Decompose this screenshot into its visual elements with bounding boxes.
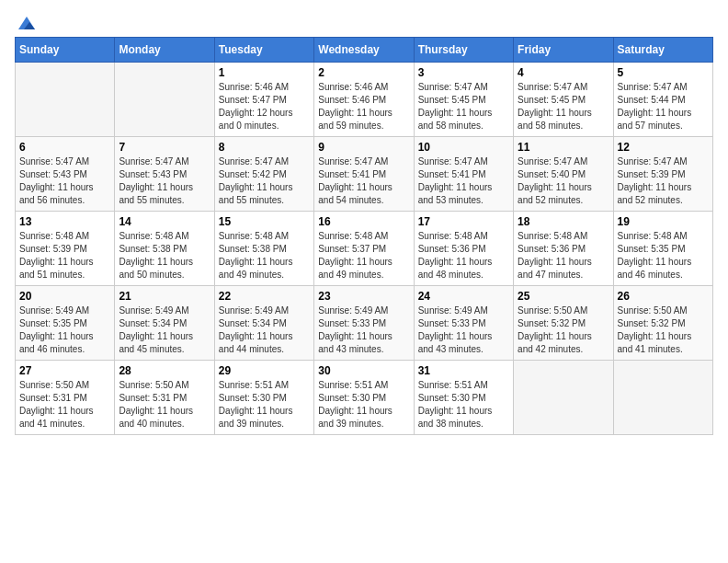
day-number: 6 <box>19 141 110 154</box>
day-number: 8 <box>219 141 310 154</box>
calendar-cell: 22Sunrise: 5:49 AMSunset: 5:34 PMDayligh… <box>214 286 313 361</box>
day-info: Sunrise: 5:47 AMSunset: 5:41 PMDaylight:… <box>318 155 409 207</box>
day-info: Sunrise: 5:47 AMSunset: 5:45 PMDaylight:… <box>518 81 609 132</box>
day-info: Sunrise: 5:48 AMSunset: 5:39 PMDaylight:… <box>19 230 110 282</box>
day-header-monday: Monday <box>115 38 214 63</box>
day-info: Sunrise: 5:51 AMSunset: 5:30 PMDaylight:… <box>418 379 509 431</box>
calendar-cell: 27Sunrise: 5:50 AMSunset: 5:31 PMDayligh… <box>16 361 115 435</box>
calendar-cell: 14Sunrise: 5:48 AMSunset: 5:38 PMDayligh… <box>115 212 214 286</box>
calendar-cell: 19Sunrise: 5:48 AMSunset: 5:35 PMDayligh… <box>613 212 712 286</box>
day-info: Sunrise: 5:47 AMSunset: 5:44 PMDaylight:… <box>618 81 709 132</box>
calendar-cell: 21Sunrise: 5:49 AMSunset: 5:34 PMDayligh… <box>115 286 214 361</box>
day-header-friday: Friday <box>514 38 613 63</box>
day-header-wednesday: Wednesday <box>314 38 414 63</box>
day-info: Sunrise: 5:48 AMSunset: 5:36 PMDaylight:… <box>518 230 609 282</box>
day-number: 21 <box>119 290 210 303</box>
calendar-cell <box>115 63 214 137</box>
day-info: Sunrise: 5:50 AMSunset: 5:32 PMDaylight:… <box>618 304 709 356</box>
day-info: Sunrise: 5:48 AMSunset: 5:36 PMDaylight:… <box>418 230 509 282</box>
calendar-cell: 5Sunrise: 5:47 AMSunset: 5:44 PMDaylight… <box>613 63 712 137</box>
day-header-thursday: Thursday <box>414 38 513 63</box>
day-number: 11 <box>518 141 609 154</box>
calendar-cell: 17Sunrise: 5:48 AMSunset: 5:36 PMDayligh… <box>414 212 513 286</box>
day-number: 29 <box>219 364 310 377</box>
calendar-cell: 6Sunrise: 5:47 AMSunset: 5:43 PMDaylight… <box>16 137 115 212</box>
calendar-cell: 31Sunrise: 5:51 AMSunset: 5:30 PMDayligh… <box>414 361 513 435</box>
day-number: 19 <box>618 215 709 228</box>
calendar-week-3: 13Sunrise: 5:48 AMSunset: 5:39 PMDayligh… <box>16 212 713 286</box>
calendar-cell: 16Sunrise: 5:48 AMSunset: 5:37 PMDayligh… <box>314 212 414 286</box>
day-header-saturday: Saturday <box>613 38 712 63</box>
day-number: 24 <box>418 290 509 303</box>
day-info: Sunrise: 5:48 AMSunset: 5:38 PMDaylight:… <box>219 230 310 282</box>
day-number: 17 <box>418 215 509 228</box>
day-info: Sunrise: 5:48 AMSunset: 5:37 PMDaylight:… <box>318 230 409 282</box>
logo-icon <box>17 15 37 31</box>
calendar-cell: 4Sunrise: 5:47 AMSunset: 5:45 PMDaylight… <box>514 63 613 137</box>
day-info: Sunrise: 5:48 AMSunset: 5:38 PMDaylight:… <box>119 230 210 282</box>
calendar-cell: 26Sunrise: 5:50 AMSunset: 5:32 PMDayligh… <box>613 286 712 361</box>
day-number: 12 <box>618 141 709 154</box>
day-info: Sunrise: 5:49 AMSunset: 5:34 PMDaylight:… <box>219 304 310 356</box>
logo <box>15 15 37 28</box>
day-info: Sunrise: 5:47 AMSunset: 5:42 PMDaylight:… <box>219 155 310 207</box>
day-header-sunday: Sunday <box>16 38 115 63</box>
day-number: 28 <box>119 364 210 377</box>
day-number: 31 <box>418 364 509 377</box>
day-number: 15 <box>219 215 310 228</box>
calendar-cell: 23Sunrise: 5:49 AMSunset: 5:33 PMDayligh… <box>314 286 414 361</box>
day-number: 5 <box>618 66 709 79</box>
day-info: Sunrise: 5:50 AMSunset: 5:31 PMDaylight:… <box>19 379 110 431</box>
calendar-cell: 12Sunrise: 5:47 AMSunset: 5:39 PMDayligh… <box>613 137 712 212</box>
day-info: Sunrise: 5:47 AMSunset: 5:43 PMDaylight:… <box>19 155 110 207</box>
calendar-cell: 15Sunrise: 5:48 AMSunset: 5:38 PMDayligh… <box>214 212 313 286</box>
day-info: Sunrise: 5:49 AMSunset: 5:33 PMDaylight:… <box>418 304 509 356</box>
page-header <box>15 15 713 28</box>
day-number: 26 <box>618 290 709 303</box>
calendar-cell: 25Sunrise: 5:50 AMSunset: 5:32 PMDayligh… <box>514 286 613 361</box>
calendar-cell: 30Sunrise: 5:51 AMSunset: 5:30 PMDayligh… <box>314 361 414 435</box>
day-info: Sunrise: 5:49 AMSunset: 5:34 PMDaylight:… <box>119 304 210 356</box>
day-info: Sunrise: 5:46 AMSunset: 5:46 PMDaylight:… <box>318 81 409 132</box>
day-number: 10 <box>418 141 509 154</box>
calendar-cell: 2Sunrise: 5:46 AMSunset: 5:46 PMDaylight… <box>314 63 414 137</box>
day-number: 25 <box>518 290 609 303</box>
day-number: 2 <box>318 66 409 79</box>
day-info: Sunrise: 5:47 AMSunset: 5:41 PMDaylight:… <box>418 155 509 207</box>
day-number: 9 <box>318 141 409 154</box>
calendar-cell: 9Sunrise: 5:47 AMSunset: 5:41 PMDaylight… <box>314 137 414 212</box>
day-info: Sunrise: 5:49 AMSunset: 5:35 PMDaylight:… <box>19 304 110 356</box>
calendar-cell: 28Sunrise: 5:50 AMSunset: 5:31 PMDayligh… <box>115 361 214 435</box>
day-info: Sunrise: 5:47 AMSunset: 5:43 PMDaylight:… <box>119 155 210 207</box>
day-number: 1 <box>219 66 310 79</box>
calendar-cell: 24Sunrise: 5:49 AMSunset: 5:33 PMDayligh… <box>414 286 513 361</box>
day-number: 20 <box>19 290 110 303</box>
calendar-cell <box>613 361 712 435</box>
calendar-week-1: 1Sunrise: 5:46 AMSunset: 5:47 PMDaylight… <box>16 63 713 137</box>
calendar-table: SundayMondayTuesdayWednesdayThursdayFrid… <box>15 37 713 435</box>
day-number: 27 <box>19 364 110 377</box>
day-info: Sunrise: 5:50 AMSunset: 5:31 PMDaylight:… <box>119 379 210 431</box>
day-info: Sunrise: 5:46 AMSunset: 5:47 PMDaylight:… <box>219 81 310 132</box>
calendar-cell <box>514 361 613 435</box>
day-number: 16 <box>318 215 409 228</box>
calendar-cell: 3Sunrise: 5:47 AMSunset: 5:45 PMDaylight… <box>414 63 513 137</box>
day-number: 23 <box>318 290 409 303</box>
calendar-header-row: SundayMondayTuesdayWednesdayThursdayFrid… <box>16 38 713 63</box>
calendar-cell: 1Sunrise: 5:46 AMSunset: 5:47 PMDaylight… <box>214 63 313 137</box>
calendar-cell: 11Sunrise: 5:47 AMSunset: 5:40 PMDayligh… <box>514 137 613 212</box>
day-info: Sunrise: 5:51 AMSunset: 5:30 PMDaylight:… <box>219 379 310 431</box>
calendar-cell: 7Sunrise: 5:47 AMSunset: 5:43 PMDaylight… <box>115 137 214 212</box>
day-info: Sunrise: 5:47 AMSunset: 5:40 PMDaylight:… <box>518 155 609 207</box>
calendar-week-4: 20Sunrise: 5:49 AMSunset: 5:35 PMDayligh… <box>16 286 713 361</box>
calendar-week-5: 27Sunrise: 5:50 AMSunset: 5:31 PMDayligh… <box>16 361 713 435</box>
day-number: 4 <box>518 66 609 79</box>
day-info: Sunrise: 5:49 AMSunset: 5:33 PMDaylight:… <box>318 304 409 356</box>
day-info: Sunrise: 5:50 AMSunset: 5:32 PMDaylight:… <box>518 304 609 356</box>
day-header-tuesday: Tuesday <box>214 38 313 63</box>
day-info: Sunrise: 5:48 AMSunset: 5:35 PMDaylight:… <box>618 230 709 282</box>
day-info: Sunrise: 5:47 AMSunset: 5:39 PMDaylight:… <box>618 155 709 207</box>
day-number: 30 <box>318 364 409 377</box>
day-number: 3 <box>418 66 509 79</box>
calendar-cell <box>16 63 115 137</box>
